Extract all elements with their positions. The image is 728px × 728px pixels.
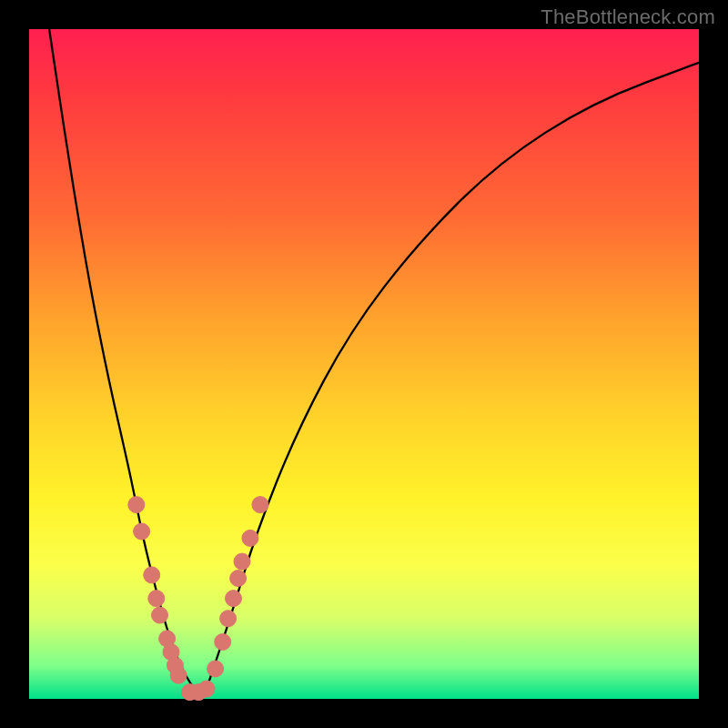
- marker-dot: [148, 591, 165, 607]
- curve-svg: [29, 29, 699, 699]
- marker-dot: [198, 681, 215, 697]
- marker-dot: [252, 497, 268, 513]
- watermark-text: TheBottleneck.com: [541, 5, 715, 29]
- marker-dot: [134, 523, 150, 540]
- marker-dot: [144, 567, 160, 583]
- dots-group: [128, 497, 268, 701]
- marker-dot: [215, 633, 231, 650]
- marker-dot: [207, 661, 224, 677]
- marker-dot: [242, 530, 258, 546]
- marker-dot: [230, 571, 247, 587]
- curve-left-branch: [49, 29, 197, 693]
- marker-dot: [220, 611, 237, 627]
- marker-dot: [234, 553, 250, 570]
- marker-dot: [128, 497, 145, 513]
- plot-area: [29, 29, 699, 699]
- curve-right-branch: [210, 63, 699, 679]
- marker-dot: [152, 607, 168, 623]
- outer-frame: TheBottleneck.com: [0, 0, 728, 728]
- marker-dot: [226, 591, 242, 607]
- marker-dot: [170, 667, 187, 683]
- curve-group: [49, 29, 699, 693]
